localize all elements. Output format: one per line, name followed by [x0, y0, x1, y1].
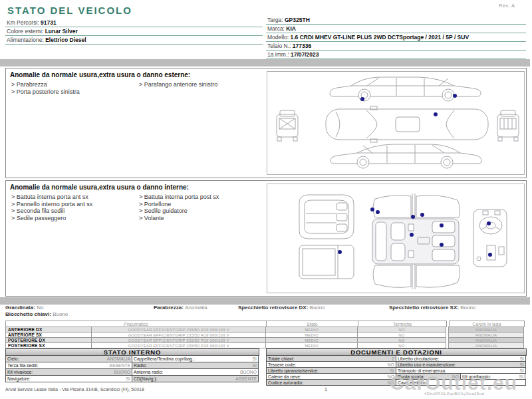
summary-label: Specchietto retrovisore SX: — [389, 305, 460, 311]
anomaly-item: > Porta posteriore sinistra — [11, 88, 80, 96]
summary-value: Anomalia — [185, 305, 207, 311]
interior-anomaly-list-col2: > Battuta interna porta post sx> Portell… — [139, 194, 219, 221]
interior-section-title: Anomalie da normale usura,extra usura o … — [10, 184, 189, 191]
field-value: SI — [251, 356, 257, 361]
info-value: Lunar Silver — [45, 28, 78, 35]
tyre-name: GOODYEAR EFFICIENTGRIP 235/50 R19 000/10… — [91, 342, 266, 348]
condition-summary: Grandinata: NoParabrezza: AnomaliaSpecch… — [0, 305, 532, 319]
car-side-right-view — [331, 144, 481, 168]
exterior-anomalies-section: Anomalie da normale usura,extra usura o … — [5, 68, 527, 178]
damage-marker — [376, 210, 380, 214]
dashboard-view — [473, 209, 507, 267]
revision-label: Rev. A — [499, 3, 515, 9]
info-label: Colore esterni: — [7, 28, 45, 35]
divider-bar-top — [0, 59, 530, 66]
rear-seats-view — [299, 195, 354, 239]
trunk-view — [299, 245, 354, 279]
tyre-cerchi: ANOMALIA — [448, 342, 524, 348]
field-label: Cappelliera/Tendina copribag.: — [134, 356, 195, 361]
field-value: SI — [517, 374, 523, 379]
summary-value: Buono — [460, 305, 475, 311]
anomaly-item: > Parabrezza — [11, 81, 80, 88]
info-label: Modello: — [267, 34, 291, 41]
info-label: Km Percorsi: — [7, 19, 41, 26]
vehicle-info-row: 1a imm.: 17/07/2023 — [266, 51, 526, 59]
anomaly-item: > Battuta interna porta post sx — [139, 194, 219, 201]
exterior-section-title: Anomalie da normale usura,extra usura o … — [10, 71, 190, 78]
anomaly-item: > Parafango anteriore sinistro — [139, 81, 217, 88]
vehicle-info-row: Alimentazione: Elettrico Diesel — [5, 36, 263, 45]
field-label: Codice autoradio: — [268, 380, 303, 385]
footer-page-number: 1 — [325, 387, 327, 392]
anomaly-item: > Pannello interno porta ant sx — [11, 201, 92, 208]
vehicle-info-left: Km Percorsi: 91731Colore esterni: Lunar … — [5, 19, 263, 45]
summary-label: Grandinata: — [5, 305, 37, 311]
damage-marker — [434, 112, 438, 116]
vehicle-info-row: Km Percorsi: 91731 — [5, 19, 263, 27]
vehicle-info-row: Marca: KIA — [266, 25, 526, 33]
anomaly-item: > Volante — [139, 215, 219, 222]
field-cell: Navigatore:SI — [5, 375, 132, 382]
damage-marker — [440, 223, 444, 227]
field-value: ASSENTE — [233, 376, 257, 381]
info-value: 17/07/2023 — [291, 51, 319, 58]
summary-value: No — [37, 305, 43, 311]
summary-label: Parabrezza: — [154, 305, 185, 311]
doc-code: 4DtuORGLZqxBG4yOea25ud — [424, 392, 484, 396]
table-row: Navigatore:SICD(Navig.):ASSENTE — [5, 376, 259, 382]
field-label: Terza fila sedili: — [7, 363, 38, 368]
damage-marker — [420, 213, 424, 217]
cabin-floor-view — [372, 194, 460, 289]
car-side-left-view — [330, 77, 481, 101]
field-value: SI — [518, 356, 524, 361]
info-label: 1a imm.: — [267, 51, 291, 58]
field-value: SI — [124, 376, 130, 381]
field-value: BUONO — [112, 370, 130, 374]
exterior-car-diagram — [267, 72, 524, 174]
field-label: Catene da neve: — [268, 374, 301, 379]
field-label: CD(Navig.): — [134, 376, 158, 381]
interior-diagram — [267, 184, 525, 293]
field-label: Radio: — [134, 363, 147, 368]
vehicle-info-row: Targa: GP325TH — [266, 16, 526, 25]
tyre-position: POSTERIORE SX — [5, 342, 92, 348]
anomaly-item: > Seconda fila sedili — [11, 207, 92, 215]
info-label: Targa: — [267, 17, 285, 23]
damage-marker — [411, 215, 415, 219]
interior-anomaly-list-col1: > Battuta interna porta ant sx> Pannello… — [11, 194, 92, 221]
page-title: STATO DEL VEICOLO — [7, 5, 132, 16]
field-label: Kit vivavoce: — [7, 370, 33, 374]
watermark: CarOutlet.eu — [390, 372, 517, 394]
vehicle-info-row: Telaio N.: 177336 — [266, 42, 526, 51]
info-label: Marca: — [267, 25, 286, 32]
exterior-anomaly-list-col2: > Parafango anteriore sinistro — [139, 81, 217, 88]
field-cell: Codice autoradio:NO — [266, 379, 396, 386]
vehicle-info-row: Colore esterni: Lunar Silver — [5, 27, 263, 36]
field-value: 2 — [390, 356, 394, 361]
car-front-view — [277, 110, 298, 141]
tyre-termiche: NO — [357, 342, 446, 348]
damage-marker — [370, 207, 374, 211]
summary-value: Buono — [310, 305, 325, 311]
field-label: Totale chiavi: — [268, 356, 294, 361]
field-value: SI — [518, 362, 524, 367]
summary-field: Blocchetto chiavi: Buono — [5, 311, 68, 317]
field-label: Cielo: — [7, 356, 19, 361]
field-label: Libretto garanzia/service: — [268, 368, 319, 373]
anomaly-item: > Sedile guidatore — [139, 207, 219, 215]
field-cell: CD(Navig.):ASSENTE — [132, 375, 259, 382]
anomaly-item: > Sedile passeggero — [11, 215, 92, 222]
damage-marker — [453, 94, 457, 98]
damage-marker — [440, 243, 444, 247]
damage-marker — [488, 253, 492, 257]
car-top-view — [326, 106, 488, 142]
field-value: SI — [518, 368, 524, 373]
summary-field: Specchietto retrovisore SX: Buono — [389, 305, 475, 311]
field-label: Libretto uso e manutenzione: — [398, 362, 456, 367]
tyre-row: POSTERIORE SXGOODYEAR EFFICIENTGRIP 235/… — [5, 343, 527, 348]
damage-marker — [410, 233, 414, 237]
footer-company: Arval Service Lease Italia - Via Pisana … — [5, 387, 144, 392]
vehicle-info-row: Modello: 1.6 CRDI MHEV GT-LINE PLUS 2WD … — [266, 33, 526, 42]
anomaly-item: > Battuta interna porta ant sx — [11, 194, 92, 201]
summary-value: Buono — [53, 311, 68, 317]
